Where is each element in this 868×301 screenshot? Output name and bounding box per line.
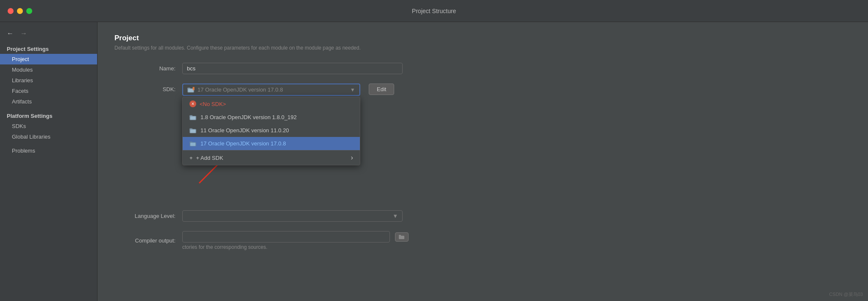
language-level-row: Language Level: ▼ [114,210,851,222]
watermark: CSDN @菜鸟03 [829,291,863,298]
add-sdk-chevron: › [351,154,353,162]
folder-icon-17 [189,141,197,147]
title-bar: Project Structure [0,0,868,22]
content-area: Project Default settings for all modules… [97,22,868,301]
sidebar: ← → Project Settings Project Modules Lib… [0,22,97,301]
sidebar-item-sdks[interactable]: SDKs [0,121,97,131]
dropdown-item-jdk17[interactable]: 17 Oracle OpenJDK version 17.0.8 [183,137,360,150]
no-sdk-label: <No SDK> [200,101,226,107]
jdk17-label-selected: 17 Oracle OpenJDK version 17.0.8 [200,140,286,147]
sdk-dropdown[interactable]: 17 Oracle OpenJDK version 17.0.8 ▼ [182,84,360,96]
platform-settings-label: Platform Settings [0,110,97,121]
sdk-row: SDK: 17 Oracle OpenJDK version 17 [114,84,851,96]
name-label: Name: [114,65,182,72]
content-subtitle: Default settings for all modules. Config… [114,45,851,51]
sidebar-item-project[interactable]: Project [0,54,97,64]
lang-dropdown-chevron: ▼ [392,213,398,219]
name-input[interactable] [182,63,403,74]
add-sdk-label: + Add SDK [196,155,223,161]
traffic-lights [8,8,32,14]
forward-arrow[interactable]: → [20,30,27,37]
svg-rect-6 [190,116,195,120]
svg-rect-3 [193,87,195,90]
compiler-output-input[interactable] [182,231,390,242]
sidebar-item-artifacts[interactable]: Artifacts [0,96,97,107]
svg-rect-2 [188,89,193,92]
jdk18-label: 1.8 Oracle OpenJDK version 1.8.0_192 [200,114,297,120]
folder-icon-11 [189,128,197,134]
name-row: Name: [114,63,851,74]
compiler-output-label: Compiler output: [114,237,182,244]
svg-rect-14 [399,235,401,237]
add-sdk-plus: + [189,155,193,161]
sidebar-item-global-libraries[interactable]: Global Libraries [0,131,97,142]
compiler-hint: ctories for the corresponding sources. [182,244,409,250]
sdk-dropdown-container: 17 Oracle OpenJDK version 17.0.8 ▼ <No S… [182,84,360,96]
no-sdk-icon [189,100,196,107]
sdk-label: SDK: [114,86,182,92]
sidebar-item-libraries[interactable]: Libraries [0,75,97,86]
project-settings-label: Project Settings [0,43,97,54]
sdk-dropdown-menu: <No SDK> 1.8 Oracle OpenJDK version 1.8.… [182,97,360,165]
sidebar-item-facets[interactable]: Facets [0,86,97,96]
folder-browse-button[interactable] [395,232,409,242]
main-container: ← → Project Settings Project Modules Lib… [0,22,868,301]
minimize-button[interactable] [17,8,23,14]
sdk-selected-value: 17 Oracle OpenJDK version 17.0.8 [198,86,283,93]
add-sdk-row[interactable]: + + Add SDK › [183,150,360,165]
sdk-edit-button[interactable]: Edit [369,84,394,95]
dropdown-item-jdk18[interactable]: 1.8 Oracle OpenJDK version 1.8.0_192 [183,111,360,124]
sidebar-item-modules[interactable]: Modules [0,64,97,75]
back-arrow[interactable]: ← [7,30,14,37]
sidebar-item-problems[interactable]: Problems [0,145,97,156]
folder-icon-18 [189,114,197,120]
close-button[interactable] [8,8,14,14]
svg-rect-9 [190,129,195,133]
language-level-dropdown[interactable]: ▼ [182,210,403,222]
content-title: Project [114,34,851,42]
sdk-dropdown-value: 17 Oracle OpenJDK version 17.0.8 [187,86,283,93]
svg-rect-12 [190,142,195,146]
chevron-down-icon: ▼ [350,87,355,93]
nav-back-forward: ← → [0,27,97,43]
folder-icon [187,87,195,93]
dropdown-item-jdk11[interactable]: 11 Oracle OpenJDK version 11.0.20 [183,124,360,137]
add-sdk-left: + + Add SDK [189,155,223,161]
window-title: Project Structure [412,8,456,14]
language-level-label: Language Level: [114,213,182,219]
maximize-button[interactable] [26,8,32,14]
dropdown-item-no-sdk[interactable]: <No SDK> [183,97,360,111]
folder-browse-icon [399,234,405,240]
jdk11-label: 11 Oracle OpenJDK version 11.0.20 [200,127,289,134]
compiler-output-row: Compiler output: ctories for the corresp… [114,231,851,250]
